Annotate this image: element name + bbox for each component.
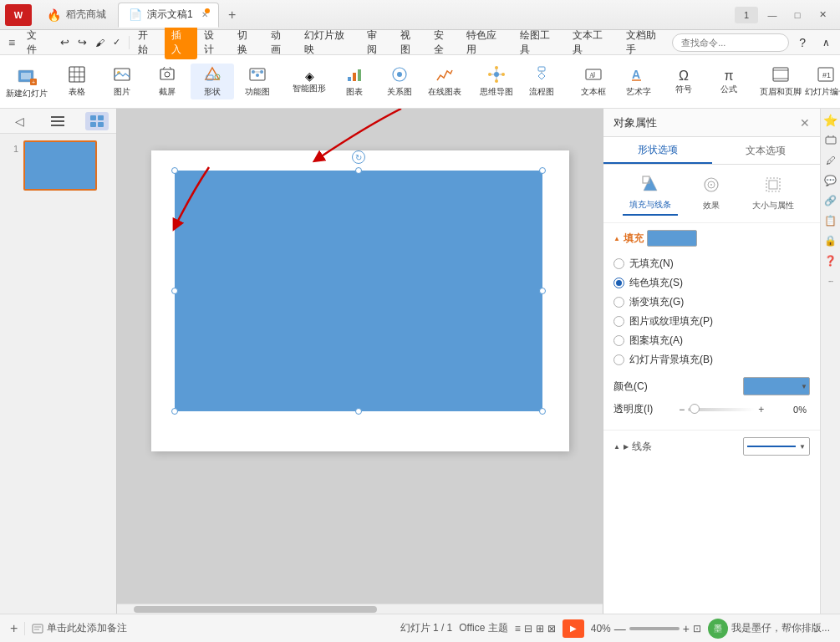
trans-slider[interactable] (688, 408, 755, 411)
panel-list-btn[interactable] (46, 112, 69, 130)
side-icon-7[interactable]: 🔒 (822, 232, 839, 249)
side-icon-4[interactable]: 💬 (822, 172, 839, 189)
tool-flowchart[interactable]: 流程图 (520, 64, 563, 99)
slide-canvas[interactable]: ↻ (151, 150, 569, 451)
tool-table[interactable]: 表格 (55, 64, 99, 99)
tool-screenshot[interactable]: 截屏 (145, 64, 189, 99)
radio-picture-fill[interactable]: 图片或纹理填充(P) (613, 314, 810, 329)
panel-close-btn[interactable]: ✕ (800, 116, 810, 130)
menu-slideshow[interactable]: 幻灯片放映 (298, 26, 360, 59)
undo-btn[interactable]: ↩ (57, 34, 73, 50)
tool-mindmap[interactable]: 思维导图 (475, 64, 518, 99)
add-slide-btn[interactable]: + (10, 621, 18, 636)
handle-top-left[interactable] (171, 167, 178, 174)
add-slide-area[interactable]: + (10, 621, 18, 636)
trans-plus-icon[interactable]: + (758, 404, 764, 415)
menu-view[interactable]: 视图 (394, 26, 427, 59)
side-icon-1[interactable]: ⭐ (822, 112, 839, 129)
account-btn[interactable]: 1 (735, 7, 758, 23)
color-picker-btn[interactable]: ▼ (743, 377, 810, 395)
tool-slideno[interactable]: #1 幻灯片编号 (804, 64, 840, 99)
handle-bottom-center[interactable] (355, 408, 362, 415)
handle-middle-left[interactable] (171, 288, 178, 294)
radio-slidebg-fill[interactable]: 幻灯片背景填充(B) (613, 353, 810, 367)
tab-doc[interactable]: 📄 演示文稿1 ✕ (118, 3, 219, 28)
menu-draw-tool[interactable]: 绘图工具 (513, 26, 566, 59)
slide-thumbnail[interactable] (23, 140, 97, 191)
menu-start[interactable]: 开始 (131, 26, 165, 59)
tool-symbol[interactable]: Ω 符号 (662, 67, 705, 97)
view-normal-btn[interactable]: ⊟ (524, 623, 532, 634)
search-input[interactable] (672, 33, 789, 52)
view-grid-btn[interactable]: ⊞ (536, 623, 544, 634)
view-list-btn[interactable]: ≡ (515, 623, 521, 634)
tab-store[interactable]: 🔥 稻壳商城 (37, 3, 116, 28)
zoom-slider[interactable] (629, 627, 680, 630)
side-icon-5[interactable]: 🔗 (822, 192, 839, 209)
tool-shape[interactable]: 形状 (191, 64, 234, 99)
rotate-handle[interactable]: ↻ (352, 150, 365, 164)
menu-switch[interactable]: 切换 (231, 26, 264, 59)
tool-image[interactable]: 图片 (100, 64, 144, 99)
side-icon-8[interactable]: ❓ (822, 252, 839, 269)
menu-insert[interactable]: 插入 (165, 26, 198, 59)
h-scrollbar[interactable] (117, 604, 603, 614)
radio-no-fill[interactable]: 无填充(N) (613, 257, 810, 271)
handle-middle-right[interactable] (539, 288, 546, 294)
side-icon-6[interactable]: 📋 (822, 212, 839, 229)
handle-bottom-left[interactable] (171, 408, 178, 415)
radio-pattern-fill[interactable]: 图案填充(A) (613, 334, 810, 348)
tab-text-options[interactable]: 文本选项 (712, 137, 821, 164)
tool-function[interactable]: 功能图 (236, 64, 279, 99)
menu-special[interactable]: 特色应用 (460, 26, 512, 59)
side-icon-2[interactable] (822, 132, 839, 149)
menu-review[interactable]: 审阅 (360, 26, 394, 59)
menu-doc-helper[interactable]: 文档助手 (619, 26, 672, 59)
fit-to-window-btn[interactable]: ⊡ (693, 623, 701, 634)
view-cols-btn[interactable]: ⊠ (547, 623, 556, 634)
radio-gradient-fill[interactable]: 渐变填充(G) (613, 295, 810, 309)
menu-design[interactable]: 设计 (197, 26, 231, 59)
tool-chart[interactable]: 图表 (333, 64, 376, 99)
trans-minus-icon[interactable]: − (679, 404, 685, 415)
play-button[interactable]: ▶ (563, 619, 584, 638)
expand-btn[interactable]: ∧ (816, 34, 837, 51)
close-button[interactable]: ✕ (812, 7, 833, 23)
radio-solid-fill[interactable]: 纯色填充(S) (613, 276, 810, 290)
tool-arttext[interactable]: A 艺术字 (617, 64, 660, 99)
shape-rectangle[interactable]: ↻ (175, 171, 542, 411)
canvas-area[interactable]: ↻ (117, 109, 603, 614)
help-btn[interactable]: ? (792, 33, 812, 52)
tool-textbox[interactable]: A 文本框 (572, 64, 615, 99)
slide-thumb-item[interactable]: 1 (7, 140, 109, 191)
menu-file[interactable]: 文件 (20, 26, 53, 59)
hamburger-menu[interactable]: ≡ (3, 34, 20, 51)
trans-thumb[interactable] (690, 404, 700, 414)
panel-icon-size-prop[interactable]: 大小与属性 (746, 172, 801, 215)
format-painter[interactable]: 🖌 (92, 36, 108, 49)
slide-thumb-area[interactable]: 1 (0, 134, 116, 614)
tab-shape-options[interactable]: 形状选项 (603, 137, 712, 164)
minimize-button[interactable]: — (761, 7, 783, 23)
h-scroll-thumb[interactable] (134, 606, 377, 613)
menu-security[interactable]: 安全 (427, 26, 461, 59)
redo-btn[interactable]: ↪ (74, 34, 90, 50)
handle-top-right[interactable] (539, 167, 546, 174)
side-icon-more[interactable]: ··· (822, 273, 839, 289)
zoom-out-btn[interactable]: — (614, 622, 626, 635)
tool-relation[interactable]: 关系图 (378, 64, 421, 99)
panel-icon-fill-stroke[interactable]: 填充与线条 (623, 171, 678, 216)
panel-icon-effect[interactable]: 效果 (695, 172, 727, 215)
maximize-button[interactable]: □ (787, 7, 808, 23)
line-preview-box[interactable]: ▼ (743, 437, 810, 456)
side-icon-3[interactable]: 🖊 (822, 152, 839, 169)
tool-formula[interactable]: π 公式 (707, 67, 751, 97)
clear-format[interactable]: ✓ (109, 35, 124, 49)
tool-new-slide[interactable]: + 新建幻灯片 (7, 59, 47, 104)
fill-color-preview[interactable] (647, 230, 697, 247)
wps-logo[interactable]: W (5, 4, 32, 26)
menu-text-tool[interactable]: 文本工具 (566, 26, 619, 59)
panel-grid-btn[interactable] (85, 112, 109, 130)
add-tab-button[interactable]: + (221, 3, 244, 27)
menu-animate[interactable]: 动画 (264, 26, 298, 59)
